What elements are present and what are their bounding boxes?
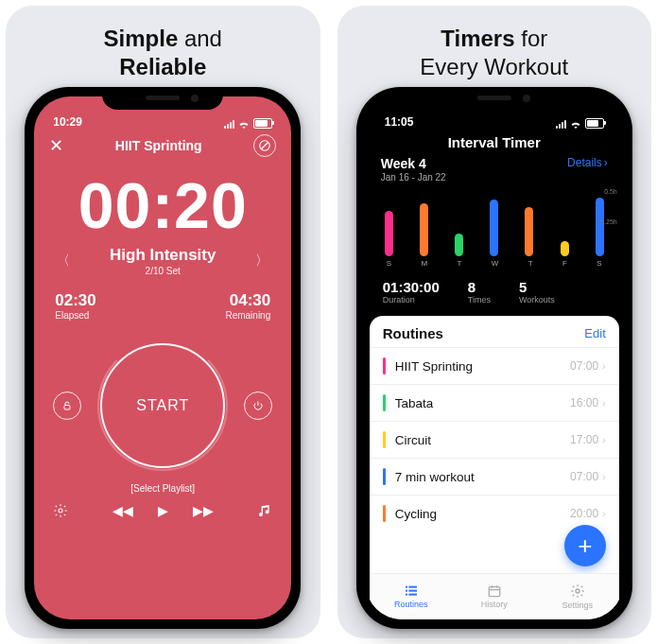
status-right bbox=[224, 118, 272, 129]
lock-button[interactable] bbox=[53, 392, 81, 420]
playlist-label[interactable]: [Select Playlist] bbox=[34, 483, 291, 494]
phase-info: High Intensity 2/10 Set bbox=[110, 246, 216, 276]
stat-times-label: Times bbox=[468, 295, 491, 305]
chart-day-label: M bbox=[421, 259, 427, 268]
chart-bar bbox=[420, 203, 428, 256]
chart-grid-top: 0.5h bbox=[604, 188, 617, 195]
chevron-right-icon: › bbox=[602, 360, 606, 372]
power-button[interactable] bbox=[244, 392, 272, 420]
week-number: Week 4 bbox=[381, 156, 446, 171]
tab-routines[interactable]: Routines bbox=[370, 574, 453, 619]
tab-history[interactable]: History bbox=[453, 574, 536, 619]
chevron-right-icon: › bbox=[602, 471, 606, 482]
routine-name: HIIT Sprinting bbox=[395, 359, 570, 374]
play-icon[interactable]: ▶ bbox=[158, 503, 168, 518]
phone-notch bbox=[102, 87, 223, 110]
start-label: START bbox=[136, 397, 189, 414]
details-button[interactable]: Details› bbox=[567, 156, 608, 169]
status-time: 10:29 bbox=[53, 115, 82, 129]
stat-workouts: 5Workouts bbox=[519, 279, 555, 305]
phase-set: 2/10 Set bbox=[110, 266, 216, 276]
svg-rect-9 bbox=[408, 594, 417, 596]
chevron-right-icon: › bbox=[604, 156, 608, 169]
phone-notch bbox=[434, 87, 555, 110]
svg-rect-2 bbox=[64, 406, 70, 410]
svg-rect-4 bbox=[406, 586, 407, 588]
routine-row[interactable]: Tabata16:00› bbox=[370, 384, 619, 421]
signal-icon bbox=[556, 119, 566, 129]
routine-color-bar bbox=[383, 357, 386, 374]
chart-bars bbox=[381, 188, 608, 256]
tab-routines-label: Routines bbox=[394, 600, 428, 609]
battery-icon bbox=[585, 118, 604, 129]
edit-button[interactable]: Edit bbox=[584, 326, 605, 340]
routine-color-bar bbox=[383, 468, 386, 485]
routines-sheet: Routines Edit HIIT Sprinting07:00›Tabata… bbox=[370, 316, 619, 619]
media-controls: ◀◀ ▶ ▶▶ bbox=[112, 503, 214, 518]
signal-icon bbox=[224, 119, 234, 129]
wifi-icon bbox=[238, 119, 250, 129]
wifi-icon bbox=[570, 119, 581, 129]
routine-duration: 07:00 bbox=[570, 359, 598, 373]
disable-icon[interactable] bbox=[253, 134, 276, 157]
chart-bar bbox=[525, 207, 533, 256]
chevron-right-icon: › bbox=[602, 434, 606, 445]
close-icon[interactable]: ✕ bbox=[49, 135, 63, 156]
svg-rect-6 bbox=[406, 590, 407, 592]
prev-phase-button[interactable]: 〈 bbox=[57, 252, 70, 270]
routine-row[interactable]: Circuit17:00› bbox=[370, 421, 619, 458]
next-phase-button[interactable]: 〉 bbox=[255, 252, 268, 270]
chart-day-label: F bbox=[562, 259, 567, 268]
stat-times: 8Times bbox=[468, 279, 491, 305]
control-row: START bbox=[34, 343, 291, 468]
chart-day-label: T bbox=[528, 259, 533, 268]
elapsed: 02:30 Elapsed bbox=[55, 291, 95, 321]
chart-bar bbox=[455, 234, 463, 256]
status-time: 11:05 bbox=[385, 115, 414, 129]
start-button[interactable]: START bbox=[100, 343, 225, 468]
routine-name: 7 min workout bbox=[395, 470, 570, 484]
remaining: 04:30 Remaining bbox=[225, 291, 270, 321]
dashboard-screen: 11:05 Interval Timer Week 4 Jan 16 - Jan… bbox=[366, 96, 623, 619]
headline-1: Simple and Reliable bbox=[104, 25, 222, 81]
routine-row[interactable]: HIIT Sprinting07:00› bbox=[370, 347, 619, 384]
forward-icon[interactable]: ▶▶ bbox=[193, 503, 214, 518]
chevron-right-icon: › bbox=[602, 397, 606, 409]
chart-day-label: S bbox=[387, 259, 391, 268]
settings-icon[interactable] bbox=[53, 503, 68, 518]
routine-row[interactable]: 7 min workout07:00› bbox=[370, 458, 619, 495]
rewind-icon[interactable]: ◀◀ bbox=[112, 503, 133, 518]
list-icon bbox=[404, 584, 419, 598]
promo-panel-2: Timers for Every Workout 11:05 Interval … bbox=[337, 6, 652, 638]
tab-settings[interactable]: Settings bbox=[536, 574, 619, 619]
chart-day-label: S bbox=[596, 259, 601, 268]
stat-workouts-label: Workouts bbox=[519, 295, 555, 305]
workout-title: HIIT Sprinting bbox=[115, 138, 202, 153]
phase-name: High Intensity bbox=[110, 246, 216, 265]
routine-duration: 16:00 bbox=[570, 396, 598, 409]
add-routine-button[interactable]: + bbox=[564, 525, 606, 566]
home-indicator[interactable] bbox=[442, 620, 546, 624]
stat-duration-label: Duration bbox=[383, 295, 440, 305]
elapsed-label: Elapsed bbox=[55, 310, 95, 321]
status-right bbox=[556, 118, 604, 129]
svg-rect-10 bbox=[489, 587, 499, 597]
elapsed-value: 02:30 bbox=[55, 291, 95, 310]
chart-bar bbox=[596, 198, 604, 256]
timer-screen: 10:29 ✕ HIIT Sprinting 00:20 bbox=[34, 96, 291, 619]
time-stats: 02:30 Elapsed 04:30 Remaining bbox=[34, 278, 291, 326]
svg-point-14 bbox=[576, 589, 579, 593]
headline-1-plain1: and bbox=[178, 26, 222, 51]
headline-2: Timers for Every Workout bbox=[420, 25, 568, 81]
gear-icon bbox=[570, 583, 585, 599]
svg-rect-8 bbox=[406, 594, 407, 596]
home-indicator[interactable] bbox=[111, 620, 215, 624]
routine-name: Cycling bbox=[395, 507, 570, 521]
headline-1-bold2: Reliable bbox=[119, 54, 206, 79]
routine-name: Circuit bbox=[395, 433, 570, 447]
routine-duration: 07:00 bbox=[570, 470, 598, 483]
music-icon[interactable] bbox=[257, 503, 272, 518]
phone-mock-2: 11:05 Interval Timer Week 4 Jan 16 - Jan… bbox=[356, 87, 632, 629]
chart-bar bbox=[561, 241, 569, 256]
routine-color-bar bbox=[383, 394, 386, 411]
